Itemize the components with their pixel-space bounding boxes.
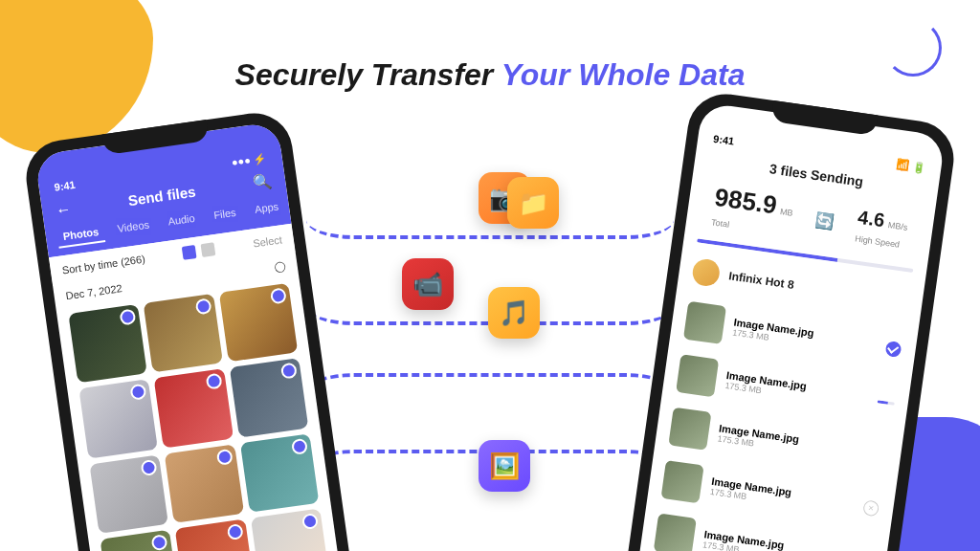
- video-icon: 📹: [402, 258, 454, 310]
- group-select-circle[interactable]: ◯: [274, 259, 287, 274]
- list-view-icon[interactable]: [201, 242, 216, 257]
- folder-icon: 📁: [507, 177, 559, 229]
- photo-thumb[interactable]: [78, 379, 158, 458]
- device-name: Infinix Hot 8: [728, 269, 795, 291]
- photo-thumb[interactable]: [100, 530, 179, 551]
- dashed-line: [306, 373, 674, 411]
- file-progress: [878, 400, 895, 405]
- total-value: 985.9: [713, 183, 779, 220]
- tab-audio[interactable]: Audio: [161, 208, 202, 233]
- photo-thumb[interactable]: [144, 294, 223, 373]
- file-list: Image Name.jpg175.3 MBImage Name.jpg175.…: [632, 292, 919, 551]
- tab-apps[interactable]: Apps: [248, 196, 286, 222]
- photo-thumb[interactable]: [165, 444, 244, 523]
- file-thumb: [668, 408, 711, 451]
- photo-thumb[interactable]: [230, 358, 309, 437]
- headline-part1: Securely Transfer: [235, 57, 501, 92]
- photo-thumb[interactable]: [68, 304, 147, 384]
- speed-value: 4.6: [857, 207, 886, 231]
- photo-thumb[interactable]: [240, 433, 320, 513]
- phone-sender: 9:41 ●●● ⚡ ← Send files 🔍 Photos Videos …: [21, 108, 361, 551]
- transfer-flow: 📷 📁 📹 🎵 🖼️: [306, 191, 674, 494]
- grid-view-icon[interactable]: [182, 245, 197, 260]
- cancel-icon[interactable]: ×: [862, 499, 880, 517]
- photo-grid: [56, 276, 343, 551]
- photo-thumb[interactable]: [218, 283, 298, 363]
- search-icon[interactable]: 🔍: [252, 171, 273, 192]
- music-icon: 🎵: [488, 287, 540, 339]
- transfer-icon: 🔄: [813, 210, 835, 231]
- photo-thumb[interactable]: [89, 454, 168, 534]
- photo-thumb[interactable]: [154, 368, 234, 448]
- phone-receiver: 9:41 📶 🔋 3 files Sending 985.9 MBTotal 🔄…: [618, 89, 958, 551]
- tab-videos[interactable]: Videos: [110, 214, 156, 241]
- image-icon: 🖼️: [479, 440, 530, 492]
- file-thumb: [683, 301, 726, 344]
- sort-label[interactable]: Sort by time (266): [61, 253, 145, 276]
- headline: Securely Transfer Your Whole Data: [0, 57, 980, 93]
- check-icon: [885, 341, 902, 358]
- back-icon[interactable]: ←: [55, 200, 72, 219]
- photo-thumb[interactable]: [251, 509, 330, 551]
- date-group-label: Dec 7, 2022: [65, 282, 123, 302]
- select-button[interactable]: Select: [253, 233, 283, 249]
- file-thumb: [654, 514, 697, 551]
- headline-part2: Your Whole Data: [501, 57, 746, 92]
- tab-files[interactable]: Files: [207, 202, 243, 228]
- file-thumb: [676, 354, 719, 397]
- file-thumb: [661, 460, 704, 503]
- photo-thumb[interactable]: [175, 519, 255, 551]
- avatar: [691, 257, 722, 288]
